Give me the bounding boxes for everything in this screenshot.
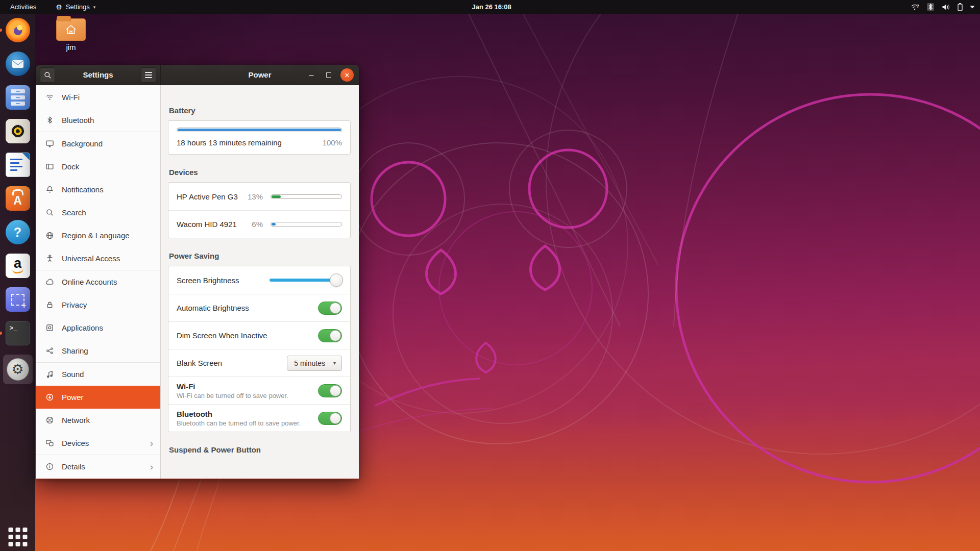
desktop-icon-home-folder[interactable]: jim bbox=[51, 18, 91, 52]
device-name: HP Active Pen G3 bbox=[177, 192, 248, 201]
rhythmbox-icon bbox=[6, 119, 30, 143]
dock-item-amazon[interactable]: a bbox=[6, 254, 30, 278]
power-panel: Battery 18 hours 13 minutes remaining 10… bbox=[161, 85, 359, 479]
clock-button[interactable]: Jan 26 16:08 bbox=[472, 3, 511, 11]
battery-level-bar bbox=[177, 128, 342, 132]
sidebar-item-background[interactable]: Background bbox=[36, 132, 160, 155]
bell-icon bbox=[45, 185, 54, 194]
blank-screen-label: Blank Screen bbox=[177, 359, 287, 367]
bluetooth-icon bbox=[926, 3, 935, 11]
screen-brightness-row: Screen Brightness bbox=[168, 266, 350, 294]
screenshot-tool-icon: + bbox=[6, 287, 30, 312]
sidebar-item-bluetooth[interactable]: Bluetooth bbox=[36, 109, 160, 132]
terminal-icon: >_ bbox=[6, 321, 30, 345]
device-name: Wacom HID 4921 bbox=[177, 220, 252, 229]
dock-item-terminal[interactable]: >_ bbox=[6, 321, 30, 345]
settings-sidebar: Wi-Fi Bluetooth Background Dock Not bbox=[36, 85, 161, 479]
sidebar-item-network[interactable]: Network bbox=[36, 409, 160, 432]
dock-panel-icon bbox=[45, 162, 54, 171]
chevron-down-icon: ▾ bbox=[333, 360, 336, 366]
desktop-icon-label: jim bbox=[66, 43, 76, 52]
sidebar-item-notifications[interactable]: Notifications bbox=[36, 178, 160, 201]
desktop: Activities ⚙ Settings ▾ Jan 26 16:08 ? bbox=[0, 0, 980, 551]
power-icon bbox=[45, 393, 54, 402]
blank-screen-dropdown[interactable]: 5 minutes ▾ bbox=[287, 356, 342, 371]
titlebar: Settings Power – × bbox=[36, 65, 359, 85]
info-icon bbox=[45, 462, 54, 471]
device-row: HP Active Pen G3 13% bbox=[168, 183, 350, 210]
blank-screen-value: 5 minutes bbox=[294, 359, 325, 367]
dock-item-files[interactable] bbox=[6, 85, 30, 110]
sidebar-item-online-accounts[interactable]: Online Accounts bbox=[36, 270, 160, 293]
chevron-down-icon bbox=[970, 6, 975, 9]
wifi-description: Wi-Fi can be turned off to save power. bbox=[177, 392, 318, 399]
dim-screen-toggle[interactable] bbox=[318, 329, 342, 342]
svg-text:?: ? bbox=[917, 4, 920, 9]
chevron-right-icon: › bbox=[150, 462, 153, 471]
globe-icon bbox=[45, 231, 54, 240]
wifi-toggle[interactable] bbox=[318, 384, 342, 397]
search-button[interactable] bbox=[40, 67, 55, 83]
automatic-brightness-toggle[interactable] bbox=[318, 302, 342, 315]
maximize-icon bbox=[326, 72, 331, 78]
device-level-fill bbox=[272, 195, 281, 198]
system-tray-button[interactable]: ? bbox=[911, 0, 975, 14]
top-bar: Activities ⚙ Settings ▾ Jan 26 16:08 ? bbox=[0, 0, 980, 14]
search-icon bbox=[45, 208, 54, 217]
sidebar-item-dock[interactable]: Dock bbox=[36, 155, 160, 178]
sidebar-item-region-language[interactable]: Region & Language bbox=[36, 224, 160, 247]
sidebar-item-privacy[interactable]: Privacy bbox=[36, 293, 160, 316]
battery-icon bbox=[957, 3, 963, 11]
app-menu-button[interactable]: ⚙ Settings ▾ bbox=[53, 0, 99, 14]
titlebar-sidebar-section: Settings bbox=[36, 65, 161, 85]
chevron-right-icon: › bbox=[150, 438, 153, 448]
sidebar-item-wifi[interactable]: Wi-Fi bbox=[36, 86, 160, 109]
sidebar-item-power[interactable]: Power bbox=[36, 386, 160, 409]
dock-item-libreoffice-writer[interactable] bbox=[6, 153, 30, 177]
maximize-button[interactable] bbox=[322, 65, 335, 85]
sidebar-item-universal-access[interactable]: Universal Access bbox=[36, 247, 160, 270]
close-icon: × bbox=[345, 71, 350, 80]
dock-item-ubuntu-software[interactable]: A bbox=[6, 186, 30, 211]
thunderbird-icon bbox=[6, 52, 30, 76]
dock-item-settings[interactable]: ⚙ bbox=[3, 355, 33, 384]
sidebar-item-devices[interactable]: Devices › bbox=[36, 432, 160, 455]
close-button[interactable]: × bbox=[340, 68, 354, 82]
bluetooth-toggle[interactable] bbox=[318, 412, 342, 425]
device-percent-label: 13% bbox=[248, 192, 263, 201]
bluetooth-description: Bluetooth can be turned off to save powe… bbox=[177, 419, 318, 427]
device-level-bar bbox=[271, 222, 342, 227]
devices-heading: Devices bbox=[169, 168, 350, 177]
minimize-button[interactable]: – bbox=[305, 65, 318, 85]
bluetooth-icon bbox=[45, 116, 54, 124]
volume-icon bbox=[941, 3, 950, 11]
menu-button[interactable] bbox=[141, 67, 156, 83]
device-row: Wacom HID 4921 6% bbox=[168, 210, 350, 238]
dock-item-rhythmbox[interactable] bbox=[6, 119, 30, 143]
dock-item-firefox[interactable] bbox=[6, 18, 30, 42]
ubuntu-software-icon: A bbox=[6, 186, 30, 211]
devices-card: HP Active Pen G3 13% Wacom HID 4921 6% bbox=[168, 182, 351, 238]
automatic-brightness-row: Automatic Brightness bbox=[168, 294, 350, 321]
devices-icon bbox=[45, 439, 54, 447]
sidebar-item-search[interactable]: Search bbox=[36, 201, 160, 224]
wifi-icon bbox=[45, 93, 54, 102]
sidebar-item-sound[interactable]: Sound bbox=[36, 363, 160, 386]
dock-item-screenshot-tool[interactable]: + bbox=[6, 287, 30, 312]
app-grid-icon bbox=[45, 323, 54, 332]
dim-screen-row: Dim Screen When Inactive bbox=[168, 321, 350, 349]
dock-item-help[interactable]: ? bbox=[6, 220, 30, 244]
activities-button[interactable]: Activities bbox=[7, 0, 39, 14]
slider-knob[interactable] bbox=[330, 273, 343, 287]
show-applications-button[interactable] bbox=[8, 528, 27, 546]
screen-brightness-slider[interactable] bbox=[270, 273, 342, 287]
sidebar-item-applications[interactable]: Applications bbox=[36, 316, 160, 339]
sidebar-item-details[interactable]: Details › bbox=[36, 455, 160, 478]
device-percent-label: 6% bbox=[252, 220, 263, 229]
share-icon bbox=[45, 346, 54, 355]
dock-item-thunderbird[interactable] bbox=[6, 52, 30, 76]
battery-level-fill bbox=[178, 129, 341, 131]
search-icon bbox=[44, 71, 52, 79]
device-level-fill bbox=[272, 223, 276, 226]
sidebar-item-sharing[interactable]: Sharing bbox=[36, 339, 160, 362]
